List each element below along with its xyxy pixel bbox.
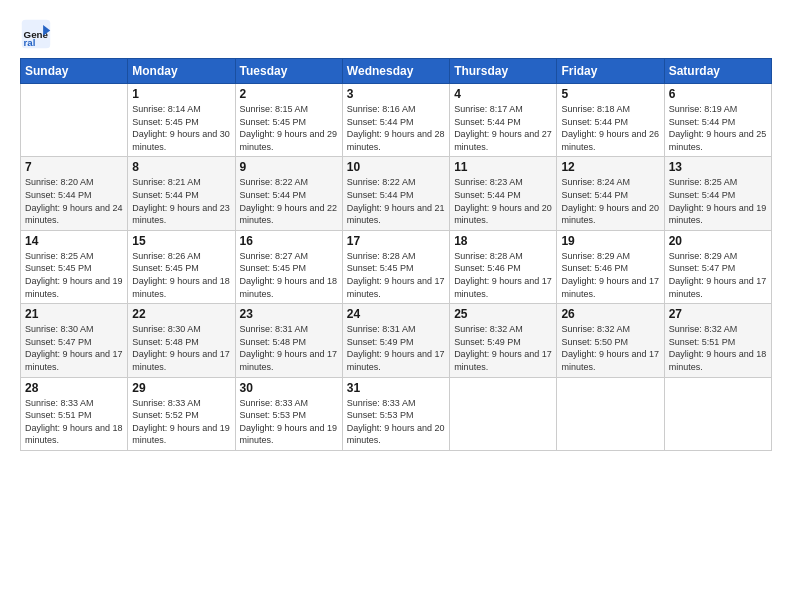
day-info: Sunrise: 8:33 AMSunset: 5:51 PMDaylight:… <box>25 397 123 447</box>
table-cell: 29Sunrise: 8:33 AMSunset: 5:52 PMDayligh… <box>128 377 235 450</box>
table-cell: 2Sunrise: 8:15 AMSunset: 5:45 PMDaylight… <box>235 84 342 157</box>
day-info: Sunrise: 8:30 AMSunset: 5:47 PMDaylight:… <box>25 323 123 373</box>
day-info: Sunrise: 8:16 AMSunset: 5:44 PMDaylight:… <box>347 103 445 153</box>
day-info: Sunrise: 8:24 AMSunset: 5:44 PMDaylight:… <box>561 176 659 226</box>
header-row: Sunday Monday Tuesday Wednesday Thursday… <box>21 59 772 84</box>
table-cell <box>557 377 664 450</box>
day-number: 5 <box>561 87 659 101</box>
day-number: 14 <box>25 234 123 248</box>
day-info: Sunrise: 8:14 AMSunset: 5:45 PMDaylight:… <box>132 103 230 153</box>
col-thursday: Thursday <box>450 59 557 84</box>
day-info: Sunrise: 8:28 AMSunset: 5:46 PMDaylight:… <box>454 250 552 300</box>
calendar-table: Sunday Monday Tuesday Wednesday Thursday… <box>20 58 772 451</box>
day-number: 28 <box>25 381 123 395</box>
table-cell: 25Sunrise: 8:32 AMSunset: 5:49 PMDayligh… <box>450 304 557 377</box>
svg-text:ral: ral <box>24 37 36 48</box>
day-number: 12 <box>561 160 659 174</box>
table-cell: 31Sunrise: 8:33 AMSunset: 5:53 PMDayligh… <box>342 377 449 450</box>
day-info: Sunrise: 8:33 AMSunset: 5:52 PMDaylight:… <box>132 397 230 447</box>
table-cell: 3Sunrise: 8:16 AMSunset: 5:44 PMDaylight… <box>342 84 449 157</box>
table-cell <box>21 84 128 157</box>
table-cell: 4Sunrise: 8:17 AMSunset: 5:44 PMDaylight… <box>450 84 557 157</box>
day-info: Sunrise: 8:17 AMSunset: 5:44 PMDaylight:… <box>454 103 552 153</box>
day-number: 22 <box>132 307 230 321</box>
table-cell: 17Sunrise: 8:28 AMSunset: 5:45 PMDayligh… <box>342 230 449 303</box>
day-info: Sunrise: 8:23 AMSunset: 5:44 PMDaylight:… <box>454 176 552 226</box>
day-info: Sunrise: 8:32 AMSunset: 5:49 PMDaylight:… <box>454 323 552 373</box>
table-cell: 23Sunrise: 8:31 AMSunset: 5:48 PMDayligh… <box>235 304 342 377</box>
col-monday: Monday <box>128 59 235 84</box>
table-cell <box>450 377 557 450</box>
table-cell: 18Sunrise: 8:28 AMSunset: 5:46 PMDayligh… <box>450 230 557 303</box>
table-cell: 6Sunrise: 8:19 AMSunset: 5:44 PMDaylight… <box>664 84 771 157</box>
table-cell: 5Sunrise: 8:18 AMSunset: 5:44 PMDaylight… <box>557 84 664 157</box>
table-cell: 1Sunrise: 8:14 AMSunset: 5:45 PMDaylight… <box>128 84 235 157</box>
day-number: 7 <box>25 160 123 174</box>
day-number: 29 <box>132 381 230 395</box>
day-info: Sunrise: 8:29 AMSunset: 5:47 PMDaylight:… <box>669 250 767 300</box>
day-info: Sunrise: 8:30 AMSunset: 5:48 PMDaylight:… <box>132 323 230 373</box>
col-tuesday: Tuesday <box>235 59 342 84</box>
day-number: 21 <box>25 307 123 321</box>
day-info: Sunrise: 8:25 AMSunset: 5:44 PMDaylight:… <box>669 176 767 226</box>
day-info: Sunrise: 8:26 AMSunset: 5:45 PMDaylight:… <box>132 250 230 300</box>
day-info: Sunrise: 8:33 AMSunset: 5:53 PMDaylight:… <box>240 397 338 447</box>
table-cell: 30Sunrise: 8:33 AMSunset: 5:53 PMDayligh… <box>235 377 342 450</box>
table-cell: 26Sunrise: 8:32 AMSunset: 5:50 PMDayligh… <box>557 304 664 377</box>
day-info: Sunrise: 8:27 AMSunset: 5:45 PMDaylight:… <box>240 250 338 300</box>
table-cell: 11Sunrise: 8:23 AMSunset: 5:44 PMDayligh… <box>450 157 557 230</box>
col-sunday: Sunday <box>21 59 128 84</box>
day-number: 26 <box>561 307 659 321</box>
table-cell <box>664 377 771 450</box>
day-number: 16 <box>240 234 338 248</box>
table-cell: 9Sunrise: 8:22 AMSunset: 5:44 PMDaylight… <box>235 157 342 230</box>
day-number: 10 <box>347 160 445 174</box>
day-number: 13 <box>669 160 767 174</box>
day-info: Sunrise: 8:20 AMSunset: 5:44 PMDaylight:… <box>25 176 123 226</box>
day-number: 20 <box>669 234 767 248</box>
table-cell: 19Sunrise: 8:29 AMSunset: 5:46 PMDayligh… <box>557 230 664 303</box>
table-cell: 21Sunrise: 8:30 AMSunset: 5:47 PMDayligh… <box>21 304 128 377</box>
day-info: Sunrise: 8:33 AMSunset: 5:53 PMDaylight:… <box>347 397 445 447</box>
col-saturday: Saturday <box>664 59 771 84</box>
day-number: 8 <box>132 160 230 174</box>
day-info: Sunrise: 8:21 AMSunset: 5:44 PMDaylight:… <box>132 176 230 226</box>
col-friday: Friday <box>557 59 664 84</box>
day-info: Sunrise: 8:29 AMSunset: 5:46 PMDaylight:… <box>561 250 659 300</box>
logo: Gene ral <box>20 18 54 50</box>
day-info: Sunrise: 8:22 AMSunset: 5:44 PMDaylight:… <box>240 176 338 226</box>
day-number: 1 <box>132 87 230 101</box>
header: Gene ral <box>20 18 772 50</box>
day-info: Sunrise: 8:32 AMSunset: 5:51 PMDaylight:… <box>669 323 767 373</box>
logo-icon: Gene ral <box>20 18 52 50</box>
day-number: 11 <box>454 160 552 174</box>
day-info: Sunrise: 8:28 AMSunset: 5:45 PMDaylight:… <box>347 250 445 300</box>
day-number: 23 <box>240 307 338 321</box>
table-cell: 16Sunrise: 8:27 AMSunset: 5:45 PMDayligh… <box>235 230 342 303</box>
day-number: 17 <box>347 234 445 248</box>
day-number: 15 <box>132 234 230 248</box>
table-cell: 10Sunrise: 8:22 AMSunset: 5:44 PMDayligh… <box>342 157 449 230</box>
table-cell: 8Sunrise: 8:21 AMSunset: 5:44 PMDaylight… <box>128 157 235 230</box>
day-number: 6 <box>669 87 767 101</box>
day-number: 25 <box>454 307 552 321</box>
day-number: 30 <box>240 381 338 395</box>
table-cell: 22Sunrise: 8:30 AMSunset: 5:48 PMDayligh… <box>128 304 235 377</box>
page: Gene ral Sunday Monday Tuesday Wednesday <box>0 0 792 612</box>
day-number: 3 <box>347 87 445 101</box>
table-cell: 15Sunrise: 8:26 AMSunset: 5:45 PMDayligh… <box>128 230 235 303</box>
day-info: Sunrise: 8:32 AMSunset: 5:50 PMDaylight:… <box>561 323 659 373</box>
day-info: Sunrise: 8:25 AMSunset: 5:45 PMDaylight:… <box>25 250 123 300</box>
day-info: Sunrise: 8:31 AMSunset: 5:49 PMDaylight:… <box>347 323 445 373</box>
day-info: Sunrise: 8:22 AMSunset: 5:44 PMDaylight:… <box>347 176 445 226</box>
table-cell: 20Sunrise: 8:29 AMSunset: 5:47 PMDayligh… <box>664 230 771 303</box>
day-number: 19 <box>561 234 659 248</box>
col-wednesday: Wednesday <box>342 59 449 84</box>
day-number: 27 <box>669 307 767 321</box>
table-cell: 12Sunrise: 8:24 AMSunset: 5:44 PMDayligh… <box>557 157 664 230</box>
day-number: 9 <box>240 160 338 174</box>
table-cell: 7Sunrise: 8:20 AMSunset: 5:44 PMDaylight… <box>21 157 128 230</box>
table-cell: 14Sunrise: 8:25 AMSunset: 5:45 PMDayligh… <box>21 230 128 303</box>
day-number: 4 <box>454 87 552 101</box>
table-cell: 24Sunrise: 8:31 AMSunset: 5:49 PMDayligh… <box>342 304 449 377</box>
